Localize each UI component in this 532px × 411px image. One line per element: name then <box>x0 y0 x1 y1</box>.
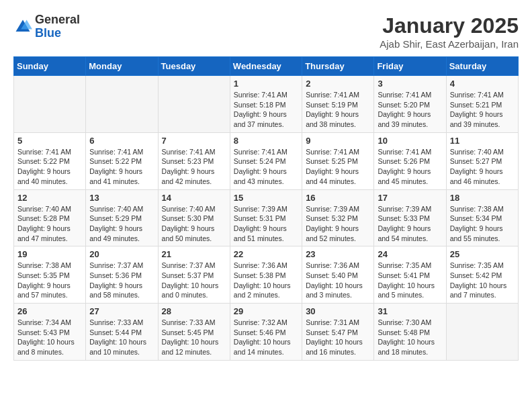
calendar-cell: 20Sunrise: 7:37 AM Sunset: 5:36 PM Dayli… <box>86 246 158 304</box>
calendar-cell: 2Sunrise: 7:41 AM Sunset: 5:19 PM Daylig… <box>302 76 374 133</box>
day-number: 17 <box>378 193 442 203</box>
weekday-header: Thursday <box>302 57 374 76</box>
day-info: Sunrise: 7:37 AM Sunset: 5:36 PM Dayligh… <box>89 261 154 300</box>
title-block: January 2025 Ajab Shir, East Azerbaijan,… <box>380 13 519 50</box>
day-number: 28 <box>162 306 226 316</box>
calendar-table: SundayMondayTuesdayWednesdayThursdayFrid… <box>13 56 519 361</box>
calendar-cell: 7Sunrise: 7:41 AM Sunset: 5:23 PM Daylig… <box>158 132 230 189</box>
day-info: Sunrise: 7:41 AM Sunset: 5:24 PM Dayligh… <box>234 147 298 187</box>
day-info: Sunrise: 7:31 AM Sunset: 5:47 PM Dayligh… <box>306 318 370 357</box>
calendar-cell: 28Sunrise: 7:33 AM Sunset: 5:45 PM Dayli… <box>158 304 230 361</box>
day-info: Sunrise: 7:33 AM Sunset: 5:45 PM Dayligh… <box>162 318 226 357</box>
day-info: Sunrise: 7:41 AM Sunset: 5:19 PM Dayligh… <box>306 90 370 130</box>
calendar-week-row: 1Sunrise: 7:41 AM Sunset: 5:18 PM Daylig… <box>14 76 519 133</box>
day-number: 3 <box>378 79 442 89</box>
calendar-week-row: 12Sunrise: 7:40 AM Sunset: 5:28 PM Dayli… <box>14 189 519 246</box>
day-info: Sunrise: 7:36 AM Sunset: 5:38 PM Dayligh… <box>234 261 298 300</box>
day-info: Sunrise: 7:41 AM Sunset: 5:22 PM Dayligh… <box>89 147 154 187</box>
weekday-header: Wednesday <box>230 57 302 76</box>
day-number: 21 <box>162 249 226 259</box>
day-info: Sunrise: 7:40 AM Sunset: 5:27 PM Dayligh… <box>450 147 515 187</box>
day-info: Sunrise: 7:35 AM Sunset: 5:41 PM Dayligh… <box>378 261 442 300</box>
day-info: Sunrise: 7:41 AM Sunset: 5:25 PM Dayligh… <box>306 147 370 187</box>
day-number: 4 <box>450 79 515 89</box>
calendar-cell: 5Sunrise: 7:41 AM Sunset: 5:22 PM Daylig… <box>14 132 86 189</box>
day-number: 25 <box>450 249 515 259</box>
day-number: 2 <box>306 79 370 89</box>
day-info: Sunrise: 7:41 AM Sunset: 5:23 PM Dayligh… <box>162 147 226 187</box>
calendar-cell: 18Sunrise: 7:38 AM Sunset: 5:34 PM Dayli… <box>446 189 518 246</box>
day-number: 29 <box>234 306 298 316</box>
day-number: 11 <box>450 136 515 146</box>
day-number: 5 <box>17 136 82 146</box>
calendar-cell: 21Sunrise: 7:37 AM Sunset: 5:37 PM Dayli… <box>158 246 230 304</box>
day-number: 18 <box>450 193 515 203</box>
day-info: Sunrise: 7:32 AM Sunset: 5:46 PM Dayligh… <box>234 318 298 357</box>
calendar-cell: 9Sunrise: 7:41 AM Sunset: 5:25 PM Daylig… <box>302 132 374 189</box>
calendar-cell <box>86 76 158 133</box>
calendar-cell: 16Sunrise: 7:39 AM Sunset: 5:32 PM Dayli… <box>302 189 374 246</box>
day-number: 13 <box>89 193 154 203</box>
calendar-cell: 6Sunrise: 7:41 AM Sunset: 5:22 PM Daylig… <box>86 132 158 189</box>
day-number: 20 <box>89 249 154 259</box>
day-number: 6 <box>89 136 154 146</box>
day-info: Sunrise: 7:36 AM Sunset: 5:40 PM Dayligh… <box>306 261 370 300</box>
day-number: 30 <box>306 306 370 316</box>
day-number: 10 <box>378 136 442 146</box>
calendar-cell: 23Sunrise: 7:36 AM Sunset: 5:40 PM Dayli… <box>302 246 374 304</box>
calendar-cell <box>158 76 230 133</box>
calendar-cell: 25Sunrise: 7:35 AM Sunset: 5:42 PM Dayli… <box>446 246 518 304</box>
day-info: Sunrise: 7:40 AM Sunset: 5:28 PM Dayligh… <box>17 204 82 244</box>
calendar-cell: 4Sunrise: 7:41 AM Sunset: 5:21 PM Daylig… <box>446 76 518 133</box>
day-info: Sunrise: 7:41 AM Sunset: 5:20 PM Dayligh… <box>378 90 442 130</box>
day-info: Sunrise: 7:38 AM Sunset: 5:35 PM Dayligh… <box>17 261 82 300</box>
calendar-cell <box>446 304 518 361</box>
weekday-header: Tuesday <box>158 57 230 76</box>
weekday-header: Monday <box>86 57 158 76</box>
day-info: Sunrise: 7:37 AM Sunset: 5:37 PM Dayligh… <box>162 261 226 300</box>
day-number: 19 <box>17 249 82 259</box>
calendar-cell: 31Sunrise: 7:30 AM Sunset: 5:48 PM Dayli… <box>374 304 446 361</box>
day-info: Sunrise: 7:41 AM Sunset: 5:26 PM Dayligh… <box>378 147 442 187</box>
day-info: Sunrise: 7:38 AM Sunset: 5:34 PM Dayligh… <box>450 204 515 244</box>
day-info: Sunrise: 7:40 AM Sunset: 5:30 PM Dayligh… <box>162 204 226 244</box>
day-info: Sunrise: 7:41 AM Sunset: 5:22 PM Dayligh… <box>17 147 82 187</box>
day-info: Sunrise: 7:39 AM Sunset: 5:31 PM Dayligh… <box>234 204 298 244</box>
day-info: Sunrise: 7:34 AM Sunset: 5:43 PM Dayligh… <box>17 318 82 357</box>
logo: General Blue <box>13 13 80 40</box>
weekday-header: Saturday <box>446 57 518 76</box>
day-number: 24 <box>378 249 442 259</box>
day-number: 9 <box>306 136 370 146</box>
day-info: Sunrise: 7:40 AM Sunset: 5:29 PM Dayligh… <box>89 204 154 244</box>
logo-icon <box>13 17 32 36</box>
calendar-cell: 15Sunrise: 7:39 AM Sunset: 5:31 PM Dayli… <box>230 189 302 246</box>
calendar-cell: 12Sunrise: 7:40 AM Sunset: 5:28 PM Dayli… <box>14 189 86 246</box>
calendar-cell: 24Sunrise: 7:35 AM Sunset: 5:41 PM Dayli… <box>374 246 446 304</box>
calendar-cell: 14Sunrise: 7:40 AM Sunset: 5:30 PM Dayli… <box>158 189 230 246</box>
day-info: Sunrise: 7:30 AM Sunset: 5:48 PM Dayligh… <box>378 318 442 357</box>
calendar-week-row: 5Sunrise: 7:41 AM Sunset: 5:22 PM Daylig… <box>14 132 519 189</box>
calendar-cell: 17Sunrise: 7:39 AM Sunset: 5:33 PM Dayli… <box>374 189 446 246</box>
calendar-title: January 2025 <box>380 13 519 38</box>
calendar-week-row: 19Sunrise: 7:38 AM Sunset: 5:35 PM Dayli… <box>14 246 519 304</box>
calendar-cell: 26Sunrise: 7:34 AM Sunset: 5:43 PM Dayli… <box>14 304 86 361</box>
day-number: 7 <box>162 136 226 146</box>
day-number: 27 <box>89 306 154 316</box>
calendar-cell: 27Sunrise: 7:33 AM Sunset: 5:44 PM Dayli… <box>86 304 158 361</box>
calendar-cell <box>14 76 86 133</box>
day-number: 8 <box>234 136 298 146</box>
calendar-subtitle: Ajab Shir, East Azerbaijan, Iran <box>380 38 519 50</box>
calendar-cell: 1Sunrise: 7:41 AM Sunset: 5:18 PM Daylig… <box>230 76 302 133</box>
day-number: 15 <box>234 193 298 203</box>
calendar-cell: 19Sunrise: 7:38 AM Sunset: 5:35 PM Dayli… <box>14 246 86 304</box>
calendar-cell: 29Sunrise: 7:32 AM Sunset: 5:46 PM Dayli… <box>230 304 302 361</box>
day-info: Sunrise: 7:39 AM Sunset: 5:32 PM Dayligh… <box>306 204 370 244</box>
calendar-cell: 8Sunrise: 7:41 AM Sunset: 5:24 PM Daylig… <box>230 132 302 189</box>
day-info: Sunrise: 7:41 AM Sunset: 5:21 PM Dayligh… <box>450 90 515 130</box>
logo-text: General Blue <box>35 13 80 40</box>
calendar-cell: 3Sunrise: 7:41 AM Sunset: 5:20 PM Daylig… <box>374 76 446 133</box>
weekday-header: Friday <box>374 57 446 76</box>
calendar-cell: 13Sunrise: 7:40 AM Sunset: 5:29 PM Dayli… <box>86 189 158 246</box>
day-number: 31 <box>378 306 442 316</box>
day-number: 12 <box>17 193 82 203</box>
